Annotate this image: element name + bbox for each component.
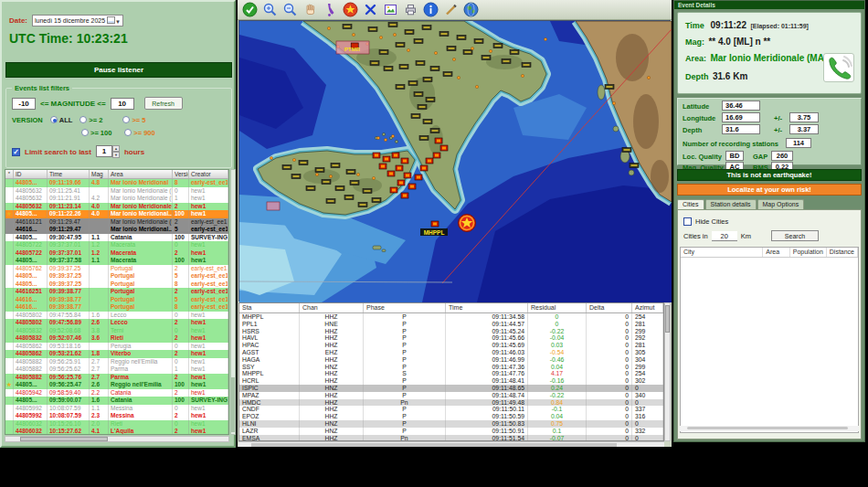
station-marker[interactable] [282, 165, 291, 170]
pick-row[interactable]: SSYHNZP09:11:47.360.040299 [239, 364, 663, 371]
triggered-station-marker[interactable] [440, 145, 448, 151]
station-marker[interactable] [430, 67, 439, 71]
station-marker[interactable] [370, 61, 379, 66]
events-col-[interactable]: * [5, 170, 14, 178]
station-marker[interactable] [331, 164, 340, 168]
triggered-station-marker[interactable] [401, 158, 408, 164]
events-col-area[interactable]: Area [109, 170, 173, 178]
hide-cities-checkbox[interactable] [683, 217, 692, 226]
epicenter-marker[interactable] [459, 215, 476, 232]
event-row[interactable]: 4480586209:53:21.621.8Viterbo2hew1 [5, 350, 228, 358]
magnitude-min-input[interactable]: -10 [12, 98, 36, 110]
station-marker[interactable] [368, 27, 377, 32]
version-radio-100[interactable]: >= 100 [81, 129, 111, 137]
pick-row[interactable]: AGSTEHZP09:11:46.03-0.540305 [239, 349, 663, 356]
cities-col-area[interactable]: Area [763, 248, 790, 257]
station-marker[interactable] [396, 85, 405, 90]
hours-stepper[interactable]: 1 ▲▼ [96, 145, 120, 158]
station-marker[interactable] [335, 186, 344, 191]
station-marker[interactable] [482, 56, 491, 60]
events-col-creator[interactable]: Creator [189, 170, 228, 178]
station-marker[interactable] [405, 30, 414, 35]
refresh-button[interactable]: Refresh [144, 97, 183, 110]
station-marker[interactable] [379, 50, 388, 55]
station-marker[interactable] [396, 43, 405, 48]
station-marker[interactable] [447, 47, 456, 51]
info-icon[interactable] [421, 1, 439, 18]
event-row[interactable]: 44616...09:39:38.77Portugal8early-est_ee… [5, 303, 228, 312]
station-marker[interactable] [346, 170, 355, 175]
station-marker[interactable] [419, 136, 429, 141]
version-radio-2[interactable]: >= 2 [79, 116, 102, 124]
event-row[interactable]: 44805...09:39:37.25Portugal8early-est_ee… [5, 281, 228, 289]
triggered-station-marker[interactable] [415, 175, 422, 180]
station-marker[interactable] [350, 181, 359, 185]
events-table-header[interactable]: *IDTimeMagAreaVersionCreator [5, 170, 228, 179]
pick-row[interactable]: MHPPLHHZS09:11:47.764.170254 [239, 370, 663, 377]
event-row[interactable]: 4480599210:08:07.591.1Messina0hew1 [5, 405, 228, 413]
pick-row[interactable]: HMDCHHZPn09:11:49.480.8400 [239, 399, 663, 407]
station-marker[interactable] [299, 161, 308, 165]
triggered-station-marker[interactable] [431, 221, 439, 227]
triggered-station-marker[interactable] [383, 156, 390, 162]
pick-row[interactable]: HAGAHHZP09:11:46.99-0.460304 [239, 356, 663, 364]
event-row[interactable]: 4480588209:56:25.912.7Reggio nell'Emilia… [5, 358, 228, 366]
globe-icon[interactable] [461, 1, 480, 18]
image-icon[interactable] [381, 1, 399, 18]
event-row[interactable]: 4480586209:53:18.16Perugia0hew1 [5, 343, 228, 351]
event-row[interactable]: 44805...09:30:47.951.1Catania100SURVEY-I… [5, 234, 228, 242]
event-row[interactable]: 4480572209:37:37.011.2Macerata0hew1 [5, 241, 228, 249]
event-row[interactable]: 44616...09:39:38.77Portugal5early-est_ee… [5, 296, 228, 304]
event-row[interactable]: 4480588209:56:25.622.7Parma1hew1 [5, 365, 228, 374]
station-marker[interactable] [463, 50, 472, 55]
event-row[interactable]: 4480583209:52:08.683.8Terni0hew1 [5, 327, 228, 335]
station-marker[interactable] [502, 59, 511, 64]
cities-col-population[interactable]: Population [790, 248, 827, 257]
not-earthquake-button[interactable]: This is not an earthquake! [677, 169, 862, 181]
station-marker[interactable] [363, 189, 372, 194]
event-row[interactable]: 44805...09:39:37.25Portugal5early-est_ee… [5, 272, 228, 281]
pan-hand-icon[interactable] [301, 1, 319, 18]
zoom-in-icon[interactable] [260, 1, 279, 18]
hours-value[interactable]: 1 [96, 145, 112, 157]
depth-field[interactable]: 31.6 [722, 124, 760, 134]
pick-row[interactable]: MHPPLHHZP09:11:34.5800254 [239, 313, 663, 321]
gap-field[interactable]: 260 [771, 151, 793, 161]
station-marker[interactable] [422, 26, 431, 30]
station-marker[interactable] [605, 85, 614, 90]
station-marker[interactable] [630, 164, 639, 168]
radius-input[interactable]: 20 [712, 231, 737, 241]
measure-icon[interactable] [441, 1, 460, 18]
station-marker[interactable] [306, 186, 315, 191]
station-marker[interactable] [315, 168, 324, 173]
pick-row[interactable]: LAZRHNZP09:11:50.910.10332 [239, 428, 663, 435]
triggered-station-marker[interactable] [404, 173, 411, 178]
longitude-error-field[interactable]: 3.75 [789, 112, 819, 122]
delete-icon[interactable] [361, 1, 379, 18]
station-marker[interactable] [439, 32, 449, 37]
picks-vertical-scrollbar[interactable] [664, 302, 671, 441]
cities-col-city[interactable]: City [681, 248, 763, 257]
picks-col-phase[interactable]: Phase [364, 303, 446, 312]
event-row[interactable]: 44805...09:37:37.581.1Macerata100hew1 [5, 257, 228, 265]
pick-row[interactable]: EPOZHHZP09:11:50.590.040316 [239, 413, 663, 420]
station-marker[interactable] [423, 120, 432, 124]
tab-station-details[interactable]: Station details [705, 199, 757, 209]
event-row[interactable]: 4480563209:11:25.41Mar Ionio Meridionale… [5, 187, 228, 196]
pick-row[interactable]: HLNIHNZP09:11:50.830.7500 [239, 420, 663, 428]
event-row[interactable]: 4480572209:37:37.011.2Macerata2hew1 [5, 249, 228, 258]
picks-col-time[interactable]: Time [446, 303, 528, 312]
print-icon[interactable] [401, 1, 419, 18]
station-marker[interactable] [418, 105, 427, 110]
event-row[interactable]: 4461612109:11:29.47Mar Ionio Meridionale… [5, 218, 228, 227]
picks-col-delta[interactable]: Delta [587, 303, 632, 312]
events-col-mag[interactable]: Mag [90, 170, 109, 178]
triggered-station-marker[interactable] [435, 138, 442, 143]
date-picker[interactable]: lunedì 15 dicembre 2025 ▼ [32, 15, 123, 26]
cities-col-distance[interactable]: Distance [827, 248, 858, 257]
pick-row[interactable]: MPAZHHZP09:11:48.74-0.220340 [239, 392, 663, 399]
event-row[interactable]: ★44805...09:11:22.264.0Mar Ionio Meridio… [5, 210, 228, 218]
station-marker[interactable] [510, 50, 519, 55]
loc-quality-field[interactable]: BD [725, 151, 744, 161]
station-marker[interactable] [414, 92, 423, 97]
